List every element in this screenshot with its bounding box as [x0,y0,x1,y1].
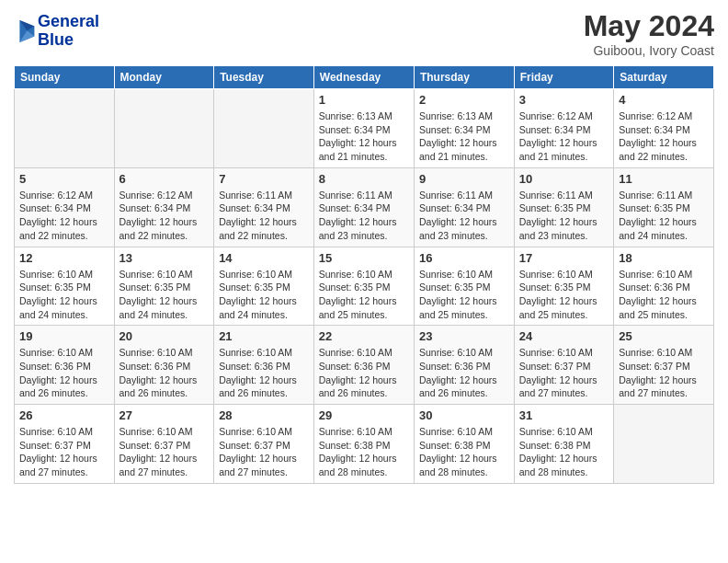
day-info: Sunrise: 6:10 AM Sunset: 6:38 PM Dayligh… [319,425,409,479]
day-info: Sunrise: 6:12 AM Sunset: 6:34 PM Dayligh… [619,109,709,164]
header: General Blue May 2024 Guiboou, Ivory Coa… [14,9,714,58]
day-number: 30 [419,408,509,422]
calendar-cell: 21Sunrise: 6:10 AM Sunset: 6:36 PM Dayli… [214,326,314,405]
calendar-cell: 23Sunrise: 6:10 AM Sunset: 6:36 PM Dayli… [414,326,514,405]
calendar-cell: 13Sunrise: 6:10 AM Sunset: 6:35 PM Dayli… [114,247,214,326]
calendar-cell: 15Sunrise: 6:10 AM Sunset: 6:35 PM Dayli… [313,247,414,326]
day-number: 31 [519,408,609,422]
day-number: 25 [619,329,709,343]
day-info: Sunrise: 6:13 AM Sunset: 6:34 PM Dayligh… [319,109,409,164]
calendar-cell [114,89,214,168]
calendar-cell: 31Sunrise: 6:10 AM Sunset: 6:38 PM Dayli… [514,405,613,484]
calendar-week-1: 1Sunrise: 6:13 AM Sunset: 6:34 PM Daylig… [15,89,714,168]
logo-text: General Blue [38,13,99,50]
day-number: 17 [519,251,609,265]
calendar-cell [214,89,314,168]
day-number: 16 [419,251,509,265]
day-info: Sunrise: 6:10 AM Sunset: 6:37 PM Dayligh… [219,425,309,479]
calendar-cell: 17Sunrise: 6:10 AM Sunset: 6:35 PM Dayli… [514,247,613,326]
weekday-header-tuesday: Tuesday [214,66,314,89]
calendar-header-row: SundayMondayTuesdayWednesdayThursdayFrid… [15,66,714,89]
day-info: Sunrise: 6:10 AM Sunset: 6:37 PM Dayligh… [619,346,709,400]
calendar-cell: 28Sunrise: 6:10 AM Sunset: 6:37 PM Dayli… [214,405,314,484]
weekday-header-saturday: Saturday [614,66,714,89]
day-number: 18 [619,251,709,265]
day-number: 9 [419,172,509,186]
calendar-cell: 27Sunrise: 6:10 AM Sunset: 6:37 PM Dayli… [114,405,214,484]
day-number: 1 [319,93,409,107]
day-info: Sunrise: 6:10 AM Sunset: 6:36 PM Dayligh… [319,346,409,400]
day-info: Sunrise: 6:10 AM Sunset: 6:35 PM Dayligh… [419,268,509,322]
calendar-cell: 9Sunrise: 6:11 AM Sunset: 6:34 PM Daylig… [414,167,514,247]
calendar-cell: 19Sunrise: 6:10 AM Sunset: 6:36 PM Dayli… [15,326,115,405]
day-number: 12 [19,251,109,265]
calendar-cell: 16Sunrise: 6:10 AM Sunset: 6:35 PM Dayli… [414,247,514,326]
day-number: 2 [419,93,509,107]
day-info: Sunrise: 6:10 AM Sunset: 6:35 PM Dayligh… [119,268,210,322]
day-number: 14 [219,251,309,265]
day-info: Sunrise: 6:11 AM Sunset: 6:35 PM Dayligh… [619,189,709,243]
day-number: 10 [519,172,609,186]
calendar-cell: 30Sunrise: 6:10 AM Sunset: 6:38 PM Dayli… [414,405,514,484]
calendar-cell: 25Sunrise: 6:10 AM Sunset: 6:37 PM Dayli… [614,326,714,405]
calendar-table: SundayMondayTuesdayWednesdayThursdayFrid… [14,65,714,484]
weekday-header-monday: Monday [114,66,214,89]
weekday-header-thursday: Thursday [414,66,514,89]
calendar-cell: 3Sunrise: 6:12 AM Sunset: 6:34 PM Daylig… [514,89,613,168]
calendar-week-5: 26Sunrise: 6:10 AM Sunset: 6:37 PM Dayli… [15,405,714,484]
calendar-cell: 5Sunrise: 6:12 AM Sunset: 6:34 PM Daylig… [15,167,115,247]
day-info: Sunrise: 6:10 AM Sunset: 6:35 PM Dayligh… [219,268,309,322]
logo-icon [14,18,36,44]
day-info: Sunrise: 6:10 AM Sunset: 6:36 PM Dayligh… [619,268,709,322]
day-number: 22 [319,329,409,343]
calendar-cell: 11Sunrise: 6:11 AM Sunset: 6:35 PM Dayli… [614,167,714,247]
location: Guiboou, Ivory Coast [584,43,714,58]
day-number: 4 [619,93,709,107]
logo: General Blue [14,13,99,50]
day-info: Sunrise: 6:10 AM Sunset: 6:36 PM Dayligh… [19,346,109,400]
calendar-cell [614,405,714,484]
day-info: Sunrise: 6:10 AM Sunset: 6:37 PM Dayligh… [119,425,210,479]
day-number: 6 [119,172,210,186]
day-number: 29 [319,408,409,422]
day-number: 13 [119,251,210,265]
calendar-cell: 1Sunrise: 6:13 AM Sunset: 6:34 PM Daylig… [313,89,414,168]
day-info: Sunrise: 6:13 AM Sunset: 6:34 PM Dayligh… [419,109,509,164]
day-info: Sunrise: 6:11 AM Sunset: 6:34 PM Dayligh… [319,189,409,243]
day-number: 20 [119,329,210,343]
calendar-cell: 7Sunrise: 6:11 AM Sunset: 6:34 PM Daylig… [214,167,314,247]
weekday-header-friday: Friday [514,66,613,89]
day-info: Sunrise: 6:10 AM Sunset: 6:37 PM Dayligh… [519,346,609,400]
day-info: Sunrise: 6:10 AM Sunset: 6:35 PM Dayligh… [519,268,609,322]
day-info: Sunrise: 6:11 AM Sunset: 6:34 PM Dayligh… [419,189,509,243]
calendar-cell: 4Sunrise: 6:12 AM Sunset: 6:34 PM Daylig… [614,89,714,168]
weekday-header-sunday: Sunday [15,66,115,89]
day-info: Sunrise: 6:10 AM Sunset: 6:36 PM Dayligh… [419,346,509,400]
day-number: 27 [119,408,210,422]
calendar-cell: 20Sunrise: 6:10 AM Sunset: 6:36 PM Dayli… [114,326,214,405]
day-info: Sunrise: 6:10 AM Sunset: 6:36 PM Dayligh… [119,346,210,400]
day-info: Sunrise: 6:10 AM Sunset: 6:36 PM Dayligh… [219,346,309,400]
calendar-week-4: 19Sunrise: 6:10 AM Sunset: 6:36 PM Dayli… [15,326,714,405]
calendar-week-2: 5Sunrise: 6:12 AM Sunset: 6:34 PM Daylig… [15,167,714,247]
title-block: May 2024 Guiboou, Ivory Coast [584,9,714,58]
calendar-cell: 22Sunrise: 6:10 AM Sunset: 6:36 PM Dayli… [313,326,414,405]
calendar-cell: 24Sunrise: 6:10 AM Sunset: 6:37 PM Dayli… [514,326,613,405]
logo-line1: General [38,13,99,31]
day-number: 21 [219,329,309,343]
day-number: 15 [319,251,409,265]
calendar-cell: 18Sunrise: 6:10 AM Sunset: 6:36 PM Dayli… [614,247,714,326]
calendar-cell: 26Sunrise: 6:10 AM Sunset: 6:37 PM Dayli… [15,405,115,484]
day-number: 5 [19,172,109,186]
calendar-week-3: 12Sunrise: 6:10 AM Sunset: 6:35 PM Dayli… [15,247,714,326]
page: General Blue May 2024 Guiboou, Ivory Coa… [0,0,728,563]
day-info: Sunrise: 6:12 AM Sunset: 6:34 PM Dayligh… [19,189,109,243]
day-number: 3 [519,93,609,107]
calendar-cell: 29Sunrise: 6:10 AM Sunset: 6:38 PM Dayli… [313,405,414,484]
day-info: Sunrise: 6:10 AM Sunset: 6:38 PM Dayligh… [419,425,509,479]
logo-line2: Blue [38,31,99,50]
day-number: 23 [419,329,509,343]
day-info: Sunrise: 6:10 AM Sunset: 6:35 PM Dayligh… [19,268,109,322]
day-info: Sunrise: 6:10 AM Sunset: 6:37 PM Dayligh… [19,425,109,479]
day-info: Sunrise: 6:12 AM Sunset: 6:34 PM Dayligh… [519,109,609,164]
